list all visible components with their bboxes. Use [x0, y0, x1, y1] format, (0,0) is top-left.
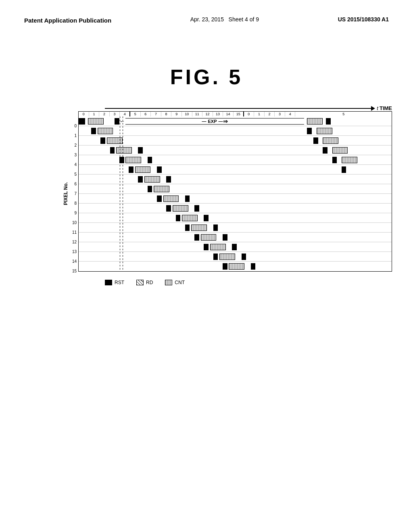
rst-r8-mid: [185, 195, 190, 202]
pixel-row-label-11: 11: [69, 227, 77, 237]
col-header-set2-3: 3: [275, 112, 285, 116]
cnt-r11-1: [191, 224, 207, 231]
legend-rd-label: RD: [146, 280, 153, 285]
y-axis-label: PIXEL No.: [61, 111, 69, 276]
pixel-row-label-15: 15: [69, 266, 77, 276]
col-header-5: 5: [130, 112, 141, 116]
legend-cnt-box: [165, 280, 172, 285]
rst-r12-mid: [223, 234, 227, 241]
rst-r1-right: [307, 128, 312, 134]
rst-r5-mid: [157, 166, 162, 173]
rst-r6-mid: [166, 176, 171, 183]
cnt-r13-1: [210, 244, 226, 250]
col-header-3: 3: [110, 112, 120, 116]
col-header-set2-1: 1: [254, 112, 265, 116]
grid-row-11: [79, 223, 392, 233]
rst-r14-mid: [242, 254, 246, 260]
pixel-row-label-6: 6: [69, 179, 77, 189]
grid-row-8: [79, 194, 392, 204]
legend-rst: RST: [105, 280, 124, 285]
rst-r9-1: [166, 205, 171, 212]
grid-row-3: [79, 145, 392, 155]
pixel-row-label-7: 7: [69, 189, 77, 198]
rst-r11-mid: [213, 224, 218, 231]
col-header-set2-2: 2: [265, 112, 275, 116]
col-header-10: 10: [182, 112, 192, 116]
legend-cnt: CNT: [165, 280, 185, 285]
cnt-r3-1: [116, 147, 132, 154]
col-header-6: 6: [141, 112, 151, 116]
time-axis-symbol: t: [377, 105, 378, 111]
col-header-15: 15: [234, 112, 244, 116]
grid-row-10: [79, 213, 392, 223]
cnt-r14-1: [219, 254, 235, 260]
pixel-row-label-8: 8: [69, 198, 77, 208]
col-header-14: 14: [223, 112, 234, 116]
rst-r15-1: [223, 263, 227, 270]
pixel-row-label-3: 3: [69, 150, 77, 160]
cnt-r1-1: [98, 128, 113, 134]
legend-rst-box: [105, 280, 112, 285]
rst-r4-right: [332, 157, 337, 163]
diagram-container: t TIME PIXEL No. 0 1 2 3 4 5 6 7 8 9 10 …: [61, 105, 392, 285]
cnt-r2-right: [323, 137, 338, 144]
cnt-block-r0-c1: [88, 118, 104, 125]
col-header-13: 13: [213, 112, 223, 116]
rst-r9-mid: [194, 205, 199, 212]
rst-r3-mid: [138, 147, 143, 154]
col-header-8: 8: [161, 112, 172, 116]
cnt-r6-1: [144, 176, 160, 183]
rst-r5-right: [342, 166, 346, 173]
pixel-header-spacer: [69, 111, 77, 121]
rst-r10-1: [176, 215, 181, 221]
col-header-7: 7: [151, 112, 161, 116]
time-axis-label: TIME: [380, 105, 392, 111]
rst-r11-1: [185, 224, 190, 231]
cnt-r3-right: [332, 147, 348, 154]
legend-rd: RD: [136, 280, 153, 285]
legend-rd-box: [136, 280, 144, 285]
col-header-9: 9: [171, 112, 182, 116]
diagram-main: PIXEL No. 0 1 2 3 4 5 6 7 8 9 10 11 12 1…: [61, 111, 392, 276]
header-center: Apr. 23, 2015 Sheet 4 of 9: [190, 16, 259, 23]
col-header-set2-0: 0: [244, 112, 254, 116]
col-header-set2-4: 4: [285, 112, 296, 116]
grid-row-7: [79, 184, 392, 194]
figure-title: FIG. 5: [0, 65, 413, 89]
grid-row-13: [79, 242, 392, 252]
cnt-r8-1: [163, 195, 179, 202]
rst-r8-1: [157, 195, 162, 202]
cnt-r4-1: [125, 157, 141, 163]
pixel-row-label-9: 9: [69, 208, 77, 218]
rst-r4-mid: [148, 157, 152, 163]
grid-row-0: ← — EXP — ⇒: [79, 116, 392, 126]
cnt-r12-1: [201, 234, 217, 241]
pixel-row-label-13: 13: [69, 247, 77, 256]
rst-block-r0-c0: [79, 118, 85, 125]
grid-with-headers: 0 1 2 3 4 5 6 7 8 9 10 11 12 13 14 15 0 …: [78, 111, 392, 276]
col-header-2: 2: [99, 112, 110, 116]
grid-rows-container: ← — EXP — ⇒: [78, 116, 392, 272]
rst-r15-mid: [251, 263, 256, 270]
grid-row-9: [79, 204, 392, 213]
pixel-row-label-12: 12: [69, 237, 77, 247]
pixel-row-label-14: 14: [69, 256, 77, 266]
grid-row-6: [79, 175, 392, 184]
cnt-r10-1: [182, 215, 198, 221]
rst-r5-1: [129, 166, 133, 173]
rst-r3-1: [110, 147, 115, 154]
grid-row-4: [79, 155, 392, 165]
legend-rst-label: RST: [115, 280, 124, 285]
cnt-r5-1: [135, 166, 151, 173]
pixel-row-label-1: 1: [69, 131, 77, 140]
rst-r7-1: [148, 186, 152, 192]
pixel-numbers: 0 1 2 3 4 5 6 7 8 9 10 11 12 13 14 15: [69, 111, 77, 276]
grid-row-2: [79, 136, 392, 145]
rst-r14-1: [213, 254, 218, 260]
cnt-block-r0-right: [307, 118, 323, 125]
vline-col4b: [123, 116, 123, 271]
rst-r1-1: [91, 128, 96, 134]
col-header-set2-5: 5: [295, 112, 392, 116]
rst-r2-right: [313, 137, 318, 144]
cnt-r9-1: [173, 205, 188, 212]
